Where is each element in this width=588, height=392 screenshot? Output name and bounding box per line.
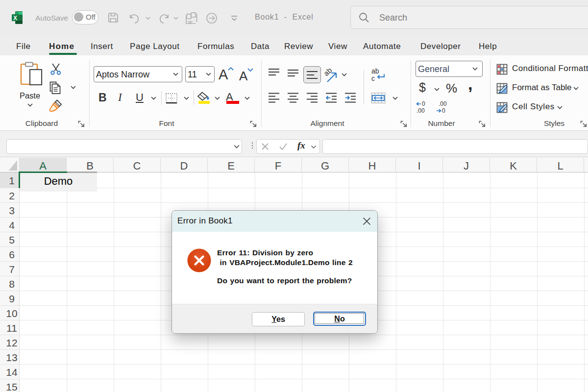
svg-text:c: c <box>371 74 375 82</box>
svg-text:X: X <box>13 15 17 22</box>
svg-text:ab: ab <box>322 66 334 77</box>
svg-text:0: 0 <box>442 107 445 114</box>
svg-text:0: 0 <box>422 101 425 107</box>
svg-text:.00: .00 <box>439 101 447 107</box>
svg-text:.00: .00 <box>416 107 425 114</box>
svg-text:ab: ab <box>371 68 379 75</box>
